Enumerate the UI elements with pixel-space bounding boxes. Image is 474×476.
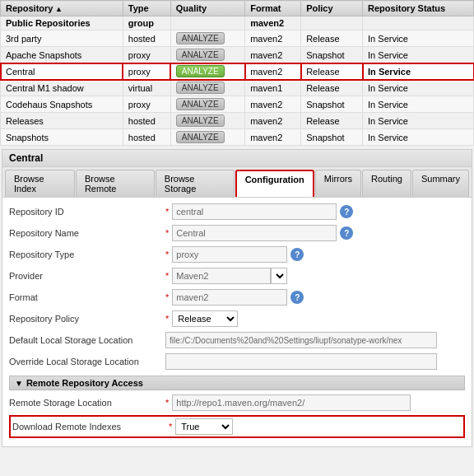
help-icon-2[interactable]: ? [340, 226, 353, 240]
table-row[interactable]: Codehaus SnapshotsproxyANALYZEmaven2Snap… [1, 96, 474, 113]
table-row[interactable]: 3rd partyhostedANALYZEmaven2ReleaseIn Se… [1, 30, 474, 47]
format-input[interactable] [172, 289, 287, 306]
repo-format-cell: maven2 [245, 16, 301, 30]
remote-storage-input[interactable] [172, 394, 411, 411]
repo-policy-cell: Release [301, 113, 363, 129]
col-header-quality[interactable]: Quality [170, 1, 244, 16]
override-storage-input[interactable] [165, 353, 437, 370]
repo-quality-cell[interactable]: ANALYZE [170, 30, 244, 47]
repo-quality-cell[interactable]: ANALYZE [170, 47, 244, 63]
provider-input[interactable] [172, 268, 271, 284]
analyze-button[interactable]: ANALYZE [176, 49, 225, 61]
analyze-button[interactable]: ANALYZE [176, 82, 225, 94]
repo-name-row: Repository Name * ? [9, 224, 465, 242]
repo-type-label: Repository Type [9, 250, 165, 259]
col-header-status[interactable]: Repository Status [363, 1, 474, 16]
tabs-row: Browse IndexBrowse RemoteBrowse StorageC… [2, 167, 472, 198]
download-indexes-label: Download Remote Indexes [12, 422, 169, 432]
analyze-button[interactable]: ANALYZE [176, 114, 225, 127]
remote-access-section-header[interactable]: ▼ Remote Repository Access [9, 376, 465, 390]
default-storage-row: Default Local Storage Location [9, 331, 465, 349]
format-row: Format * ? [9, 288, 465, 306]
repo-quality-cell[interactable]: ANALYZE [170, 63, 244, 80]
repo-policy-cell: Snapshot [301, 129, 363, 146]
tab-browse-index[interactable]: Browse Index [5, 170, 75, 197]
repo-policy-label: Repository Policy [9, 314, 165, 324]
help-icon-4[interactable]: ? [290, 291, 304, 304]
repo-policy-row: Repository Policy * Release Snapshot [9, 310, 465, 328]
repo-policy-cell: Snapshot [301, 47, 363, 63]
repo-status-cell: In Service [363, 30, 474, 47]
table-row[interactable]: CentralproxyANALYZEmaven2ReleaseIn Servi… [1, 63, 474, 80]
repositories-table: Repository Type Quality Format Policy Re… [0, 0, 474, 146]
repo-name-cell: 3rd party [1, 30, 123, 47]
detail-panel: Central Browse IndexBrowse RemoteBrowse … [2, 149, 472, 447]
analyze-button[interactable]: ANALYZE [176, 65, 225, 77]
repo-status-cell: In Service [363, 63, 474, 80]
repo-status-cell: In Service [363, 96, 474, 113]
analyze-button[interactable]: ANALYZE [176, 32, 225, 44]
required-star-6: * [165, 314, 169, 324]
collapse-icon: ▼ [15, 379, 23, 388]
help-icon-3[interactable]: ? [290, 248, 304, 261]
col-header-type[interactable]: Type [123, 1, 170, 16]
repo-type-input[interactable] [172, 246, 287, 263]
repo-name-label: Repository Name [9, 228, 165, 238]
repo-type-cell: proxy [123, 47, 170, 63]
analyze-button[interactable]: ANALYZE [176, 131, 225, 143]
repo-type-cell: proxy [123, 63, 170, 80]
tab-mirrors[interactable]: Mirrors [315, 170, 361, 197]
repo-status-cell [363, 16, 474, 30]
tab-browse-storage[interactable]: Browse Storage [156, 170, 235, 197]
repo-quality-cell[interactable]: ANALYZE [170, 129, 244, 146]
required-star-7: * [165, 398, 169, 408]
repo-name-input[interactable] [172, 225, 337, 241]
help-icon-1[interactable]: ? [340, 205, 353, 218]
default-storage-input[interactable] [165, 332, 437, 348]
required-star-4: * [165, 271, 169, 281]
col-header-repository[interactable]: Repository [1, 1, 123, 16]
analyze-button[interactable]: ANALYZE [176, 98, 225, 110]
repo-quality-cell[interactable] [170, 16, 244, 30]
repo-policy-select[interactable]: Release Snapshot [172, 310, 238, 327]
remote-storage-row: Remote Storage Location * [9, 394, 465, 412]
table-row[interactable]: ReleaseshostedANALYZEmaven2ReleaseIn Ser… [1, 113, 474, 129]
tab-browse-remote[interactable]: Browse Remote [76, 170, 155, 197]
table-row[interactable]: Public Repositoriesgroupmaven2 [1, 16, 474, 30]
repo-format-cell: maven1 [245, 80, 301, 96]
table-row[interactable]: Central M1 shadowvirtualANALYZEmaven1Rel… [1, 80, 474, 96]
tab-routing[interactable]: Routing [362, 170, 411, 197]
required-star-1: * [165, 207, 169, 217]
repo-name-cell: Public Repositories [1, 16, 123, 30]
repo-type-cell: hosted [123, 113, 170, 129]
repo-format-cell: maven2 [245, 30, 301, 47]
required-star-2: * [165, 228, 169, 238]
repo-type-cell: proxy [123, 96, 170, 113]
repo-format-cell: maven2 [245, 113, 301, 129]
tab-summary[interactable]: Summary [412, 170, 469, 197]
download-indexes-select[interactable]: True False [175, 418, 233, 435]
repo-quality-cell[interactable]: ANALYZE [170, 96, 244, 113]
remote-storage-label: Remote Storage Location [9, 398, 165, 408]
repo-type-cell: hosted [123, 129, 170, 146]
repo-name-cell: Snapshots [1, 129, 123, 146]
col-header-policy[interactable]: Policy [301, 1, 363, 16]
table-row[interactable]: Apache SnapshotsproxyANALYZEmaven2Snapsh… [1, 47, 474, 63]
detail-title: Central [2, 150, 472, 167]
repo-quality-cell[interactable]: ANALYZE [170, 113, 244, 129]
override-storage-row: Override Local Storage Location [9, 352, 465, 371]
table-row[interactable]: SnapshotshostedANALYZEmaven2SnapshotIn S… [1, 129, 474, 146]
required-star-3: * [165, 250, 169, 259]
repo-type-cell: virtual [123, 80, 170, 96]
repo-id-input[interactable] [172, 203, 337, 220]
repo-name-cell: Central M1 shadow [1, 80, 123, 96]
download-indexes-row: Download Remote Indexes * True False [9, 415, 465, 438]
tab-configuration[interactable]: Configuration [235, 170, 314, 197]
col-header-format[interactable]: Format [245, 1, 301, 16]
repo-type-cell: group [123, 16, 170, 30]
provider-select[interactable] [271, 268, 287, 284]
repo-policy-cell: Snapshot [301, 96, 363, 113]
repo-format-cell: maven2 [245, 63, 301, 80]
repo-status-cell: In Service [363, 80, 474, 96]
repo-quality-cell[interactable]: ANALYZE [170, 80, 244, 96]
